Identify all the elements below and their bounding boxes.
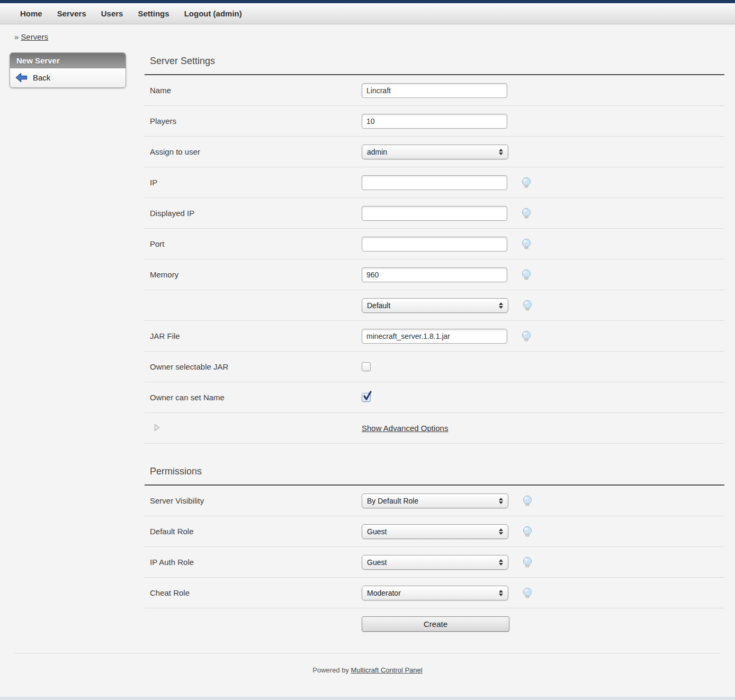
default-role-select[interactable]: Guest bbox=[362, 524, 508, 539]
up-down-arrows-icon bbox=[499, 590, 503, 596]
cheat-role-hint-bulb-icon[interactable] bbox=[522, 587, 533, 599]
server-visibility-select[interactable]: By Default Role bbox=[362, 493, 508, 508]
ip-auth-role-select[interactable]: Guest bbox=[362, 555, 508, 570]
ip-auth-role-hint-bulb-icon[interactable] bbox=[522, 557, 533, 568]
form-row-ip: IP bbox=[145, 167, 724, 198]
ip-label: IP bbox=[150, 178, 362, 187]
memory-label: Memory bbox=[150, 270, 362, 279]
sidebar-title: New Server bbox=[10, 53, 126, 68]
sidebar-panel: New Server Back bbox=[10, 52, 126, 88]
port-hint-bulb-icon[interactable] bbox=[521, 238, 532, 250]
owner-selectable-jar-label: Owner selectable JAR bbox=[150, 362, 362, 371]
cheat-role-select[interactable]: Moderator bbox=[362, 586, 508, 600]
footer: Powered by Multicraft Control Panel bbox=[0, 653, 735, 690]
nav-item-home[interactable]: Home bbox=[20, 9, 42, 18]
breadcrumb: »Servers bbox=[14, 32, 735, 41]
memory-hint-bulb-icon[interactable] bbox=[521, 269, 532, 281]
form-row-ip-auth-role: IP Auth Role Guest bbox=[145, 547, 724, 578]
form-row-name: Name bbox=[145, 75, 724, 106]
cheat-role-selected-value: Moderator bbox=[367, 589, 401, 597]
memory-input[interactable] bbox=[362, 267, 507, 282]
back-button-label: Back bbox=[33, 73, 50, 82]
up-down-arrows-icon bbox=[499, 149, 503, 155]
nav-item-logout[interactable]: Logout (admin) bbox=[184, 9, 242, 18]
assign-to-user-select[interactable]: admin bbox=[362, 145, 508, 159]
form-row-server-visibility: Server Visibility By Default Role bbox=[145, 486, 724, 516]
multicraft-link[interactable]: Multicraft Control Panel bbox=[351, 666, 423, 674]
form-row-owner-can-set-name: Owner can set Name bbox=[145, 382, 724, 413]
jar-file-hint-bulb-icon[interactable] bbox=[521, 330, 532, 342]
up-down-arrows-icon bbox=[499, 498, 503, 504]
main-navbar: Home Servers Users Settings Logout (admi… bbox=[0, 3, 735, 24]
form-row-displayed-ip: Displayed IP bbox=[145, 198, 724, 229]
port-label: Port bbox=[150, 239, 362, 248]
server-visibility-label: Server Visibility bbox=[150, 496, 362, 505]
form-row-advanced-options: Show Advanced Options bbox=[145, 413, 724, 444]
up-down-arrows-icon bbox=[499, 302, 503, 309]
players-label: Players bbox=[150, 116, 362, 125]
expand-right-triangle-icon[interactable] bbox=[154, 424, 160, 433]
ip-auth-role-label: IP Auth Role bbox=[150, 558, 362, 567]
breadcrumb-marker: » bbox=[14, 32, 19, 41]
show-advanced-options-link[interactable]: Show Advanced Options bbox=[362, 424, 448, 433]
breadcrumb-link-servers[interactable]: Servers bbox=[21, 32, 48, 41]
form-row-assign-to-user: Assign to user admin bbox=[145, 137, 724, 167]
up-down-arrows-icon bbox=[499, 559, 503, 566]
default-role-selected-value: Guest bbox=[367, 527, 387, 536]
ip-auth-role-selected-value: Guest bbox=[367, 558, 387, 567]
section-title-permissions: Permissions bbox=[150, 466, 724, 477]
back-arrow-icon bbox=[15, 73, 28, 83]
powered-by-text: Powered by bbox=[312, 666, 349, 674]
ip-input[interactable] bbox=[362, 175, 507, 190]
checkmark-icon bbox=[362, 390, 373, 404]
nav-item-servers[interactable]: Servers bbox=[57, 9, 86, 18]
cheat-role-label: Cheat Role bbox=[150, 588, 362, 597]
ip-hint-bulb-icon[interactable] bbox=[521, 177, 532, 189]
form-row-jar-file: JAR File bbox=[145, 321, 724, 352]
default-role-label: Default Role bbox=[150, 527, 362, 536]
form-row-port: Port bbox=[145, 229, 724, 259]
owner-selectable-jar-checkbox[interactable] bbox=[362, 362, 371, 371]
memory-preset-selected-value: Default bbox=[367, 301, 390, 310]
assign-to-user-label: Assign to user bbox=[150, 147, 362, 156]
owner-can-set-name-checkbox[interactable] bbox=[362, 393, 371, 402]
displayed-ip-hint-bulb-icon[interactable] bbox=[521, 208, 532, 219]
section-title-server-settings: Server Settings bbox=[150, 56, 724, 67]
up-down-arrows-icon bbox=[499, 528, 503, 535]
memory-preset-hint-bulb-icon[interactable] bbox=[522, 300, 533, 311]
nav-item-settings[interactable]: Settings bbox=[138, 9, 169, 18]
create-button[interactable]: Create bbox=[362, 616, 509, 632]
form-row-default-role: Default Role Guest bbox=[145, 516, 724, 547]
jar-file-label: JAR File bbox=[150, 331, 362, 340]
form-row-memory-preset: Default bbox=[145, 290, 724, 321]
memory-preset-select[interactable]: Default bbox=[362, 298, 508, 313]
bottom-accent-strip bbox=[0, 697, 735, 700]
port-input[interactable] bbox=[362, 237, 507, 252]
jar-file-input[interactable] bbox=[362, 329, 507, 344]
form-row-memory: Memory bbox=[145, 259, 724, 290]
name-label: Name bbox=[150, 86, 362, 95]
nav-item-users[interactable]: Users bbox=[101, 9, 123, 18]
owner-can-set-name-label: Owner can set Name bbox=[150, 393, 362, 402]
server-visibility-selected-value: By Default Role bbox=[367, 497, 418, 505]
server-visibility-hint-bulb-icon[interactable] bbox=[522, 495, 533, 507]
default-role-hint-bulb-icon[interactable] bbox=[522, 526, 533, 537]
displayed-ip-label: Displayed IP bbox=[150, 209, 362, 218]
name-input[interactable] bbox=[362, 83, 507, 98]
displayed-ip-input[interactable] bbox=[362, 206, 507, 221]
back-button[interactable]: Back bbox=[15, 73, 120, 83]
form-row-owner-selectable-jar: Owner selectable JAR bbox=[145, 352, 724, 382]
form-row-create: Create bbox=[145, 608, 724, 639]
form-row-cheat-role: Cheat Role Moderator bbox=[145, 578, 724, 608]
assign-to-user-selected-value: admin bbox=[367, 148, 387, 156]
players-input[interactable] bbox=[362, 114, 507, 129]
form-row-players: Players bbox=[145, 106, 724, 137]
